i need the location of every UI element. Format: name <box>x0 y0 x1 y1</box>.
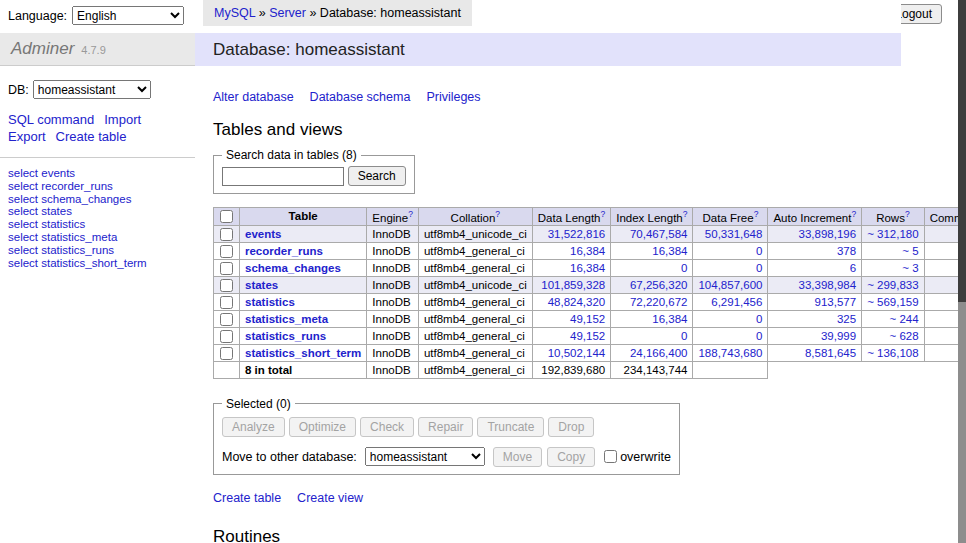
breadcrumb-link[interactable]: Server <box>269 6 306 20</box>
row-checkbox[interactable] <box>220 347 233 360</box>
sql-command-link[interactable]: SQL command <box>8 112 94 127</box>
row-checkbox[interactable] <box>220 262 233 275</box>
help-marker[interactable]: ? <box>851 209 856 219</box>
auto-increment-link[interactable]: 378 <box>837 245 856 257</box>
data-free-link[interactable]: 50,331,648 <box>705 228 763 240</box>
breadcrumb-link[interactable]: MySQL <box>214 6 255 20</box>
move-button[interactable]: Move <box>493 447 542 467</box>
table-name-link[interactable]: schema_changes <box>245 262 341 274</box>
check-button[interactable]: Check <box>360 417 414 437</box>
truncate-button[interactable]: Truncate <box>477 417 544 437</box>
data-length-link[interactable]: 16,384 <box>570 245 605 257</box>
auto-increment-link[interactable]: 6 <box>850 262 856 274</box>
create-table-link-sidebar[interactable]: Create table <box>56 129 127 144</box>
move-db-select[interactable]: homeassistant <box>365 447 485 466</box>
app-title-link[interactable]: Adminer <box>11 39 74 59</box>
help-marker[interactable]: ? <box>683 209 688 219</box>
data-length-link[interactable]: 48,824,320 <box>548 296 606 308</box>
table-select-link[interactable]: select statistics <box>8 218 85 230</box>
rows-count-link[interactable]: ~ 244 <box>890 313 919 325</box>
search-button[interactable]: Search <box>348 166 406 186</box>
table-select-link[interactable]: select schema_changes <box>8 193 131 205</box>
auto-increment-link[interactable]: 39,999 <box>821 330 856 342</box>
rows-count-link[interactable]: ~ 312,180 <box>867 228 918 240</box>
index-length-link[interactable]: 72,220,672 <box>630 296 688 308</box>
table-name-link[interactable]: states <box>245 279 278 291</box>
index-length-link[interactable]: 0 <box>681 262 687 274</box>
table-select-link[interactable]: select statistics_runs <box>8 244 114 256</box>
help-marker[interactable]: ? <box>905 209 910 219</box>
data-free-link[interactable]: 0 <box>756 262 762 274</box>
auto-increment-link[interactable]: 325 <box>837 313 856 325</box>
data-free-link[interactable]: 188,743,680 <box>698 347 762 359</box>
table-name-link[interactable]: statistics_runs <box>245 330 326 342</box>
table-select-link[interactable]: select statistics_meta <box>8 231 117 243</box>
import-link[interactable]: Import <box>104 112 141 127</box>
auto-increment-link[interactable]: 33,398,984 <box>799 279 857 291</box>
optimize-button[interactable]: Optimize <box>289 417 356 437</box>
drop-button[interactable]: Drop <box>548 417 594 437</box>
help-marker[interactable]: ? <box>408 209 413 219</box>
check-all-checkbox[interactable] <box>220 210 233 223</box>
db-action-link[interactable]: Database schema <box>310 90 411 104</box>
row-checkbox[interactable] <box>220 245 233 258</box>
db-action-link[interactable]: Alter database <box>213 90 294 104</box>
export-link[interactable]: Export <box>8 129 46 144</box>
help-marker[interactable]: ? <box>495 209 500 219</box>
rows-count-link[interactable]: ~ 628 <box>890 330 919 342</box>
data-free-link[interactable]: 0 <box>756 245 762 257</box>
data-free-link[interactable]: 0 <box>756 313 762 325</box>
index-length-link[interactable]: 70,467,584 <box>630 228 688 240</box>
overwrite-checkbox[interactable] <box>604 450 617 463</box>
help-marker[interactable]: ? <box>600 209 605 219</box>
rows-count-link[interactable]: ~ 5 <box>902 245 918 257</box>
db-action-link[interactable]: Privileges <box>426 90 480 104</box>
table-select-link[interactable]: select statistics_short_term <box>8 257 147 269</box>
analyze-button[interactable]: Analyze <box>222 417 285 437</box>
data-length-link[interactable]: 10,502,144 <box>548 347 606 359</box>
data-length-link[interactable]: 31,522,816 <box>548 228 606 240</box>
scrollbar[interactable] <box>958 0 966 543</box>
repair-button[interactable]: Repair <box>418 417 473 437</box>
index-length-link[interactable]: 67,256,320 <box>630 279 688 291</box>
auto-increment-link[interactable]: 913,577 <box>815 296 857 308</box>
table-name-link[interactable]: events <box>245 228 281 240</box>
auto-increment-link[interactable]: 8,581,645 <box>805 347 856 359</box>
table-name-link[interactable]: recorder_runs <box>245 245 323 257</box>
table-select-link[interactable]: select events <box>8 167 75 179</box>
create-table-link[interactable]: Create table <box>213 491 281 505</box>
rows-count-link[interactable]: ~ 136,108 <box>867 347 918 359</box>
language-select[interactable]: English <box>72 6 184 25</box>
row-checkbox[interactable] <box>220 228 233 241</box>
table-name-link[interactable]: statistics_meta <box>245 313 328 325</box>
data-length-link[interactable]: 16,384 <box>570 262 605 274</box>
index-length-link[interactable]: 0 <box>681 330 687 342</box>
db-select[interactable]: homeassistant <box>33 80 151 99</box>
table-name-link[interactable]: statistics <box>245 296 295 308</box>
row-checkbox[interactable] <box>220 296 233 309</box>
row-checkbox[interactable] <box>220 313 233 326</box>
data-length-link[interactable]: 49,152 <box>570 313 605 325</box>
data-length-link[interactable]: 101,859,328 <box>541 279 605 291</box>
table-name-link[interactable]: statistics_short_term <box>245 347 361 359</box>
rows-count-link[interactable]: ~ 3 <box>902 262 918 274</box>
table-select-link[interactable]: select states <box>8 205 72 217</box>
index-length-link[interactable]: 16,384 <box>652 245 687 257</box>
create-view-link[interactable]: Create view <box>297 491 363 505</box>
data-free-link[interactable]: 104,857,600 <box>698 279 762 291</box>
auto-increment-link[interactable]: 33,898,196 <box>799 228 857 240</box>
rows-count-link[interactable]: ~ 569,159 <box>867 296 918 308</box>
data-free-link[interactable]: 6,291,456 <box>711 296 762 308</box>
data-free-link[interactable]: 0 <box>756 330 762 342</box>
copy-button[interactable]: Copy <box>547 447 595 467</box>
index-length-link[interactable]: 16,384 <box>652 313 687 325</box>
help-marker[interactable]: ? <box>754 209 759 219</box>
row-checkbox[interactable] <box>220 279 233 292</box>
scrollbar-thumb[interactable] <box>958 0 966 302</box>
search-input[interactable] <box>222 167 344 186</box>
table-select-link[interactable]: select recorder_runs <box>8 180 113 192</box>
index-length-link[interactable]: 24,166,400 <box>630 347 688 359</box>
data-length-link[interactable]: 49,152 <box>570 330 605 342</box>
row-checkbox[interactable] <box>220 330 233 343</box>
rows-count-link[interactable]: ~ 299,833 <box>867 279 918 291</box>
